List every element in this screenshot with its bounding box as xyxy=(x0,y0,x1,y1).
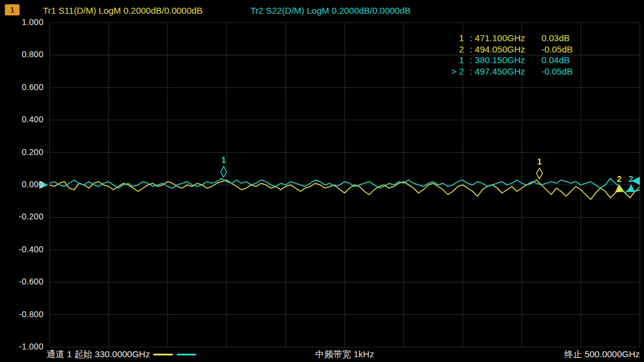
y-tick-label: 0.600 xyxy=(0,82,44,92)
y-tick-label: 0.000 xyxy=(0,180,44,189)
marker-readout: 1 : 471.100GHz 0.03dB 2 : 494.050GHz -0.… xyxy=(446,33,573,77)
status-bar: 通道 1 起始 330.0000GHz 中频带宽 1kHz 终止 500.000… xyxy=(0,348,644,362)
marker-1-diamond-icon[interactable] xyxy=(537,168,543,179)
y-tick-label: 0.200 xyxy=(0,147,44,157)
marker-frequency: : 471.100GHz xyxy=(470,33,540,43)
marker-number: > 2 xyxy=(446,66,464,76)
marker-frequency: : 380.150GHz xyxy=(470,55,540,65)
y-tick-label: -0.400 xyxy=(0,245,44,254)
marker-number: 2 xyxy=(446,44,464,54)
marker-readout-row-active: > 2 : 497.450GHz -0.05dB xyxy=(446,66,573,78)
marker-2-triangle-icon[interactable] xyxy=(627,185,634,192)
marker-value: 0.04dB xyxy=(541,55,570,65)
marker-frequency: : 494.050GHz xyxy=(470,44,540,54)
y-tick-label: -0.800 xyxy=(0,310,44,319)
y-tick-label: 1.000 xyxy=(0,17,44,27)
trace1-header-label[interactable]: Tr1 S11(D/M) LogM 0.2000dB/0.0000dB xyxy=(43,5,203,16)
marker-label: 1 xyxy=(221,155,226,165)
y-tick-label: 0.800 xyxy=(0,49,44,59)
marker-readout-row: 1 : 471.100GHz 0.03dB xyxy=(446,33,573,44)
marker-number: 1 xyxy=(446,55,464,65)
y-tick-label: -0.200 xyxy=(0,212,44,221)
y-tick-label: 0.400 xyxy=(0,115,44,124)
y-tick-label: -0.600 xyxy=(0,277,44,286)
marker-frequency: : 497.450GHz xyxy=(470,66,540,76)
marker-value: -0.05dB xyxy=(541,66,573,76)
trace2-header-label[interactable]: Tr2 S22(D/M) LogM 0.2000dB/0.0000dB xyxy=(250,5,411,16)
marker-label: 2 xyxy=(628,174,633,184)
y-axis: 1.0000.8000.6000.4000.2000.000-0.200-0.4… xyxy=(0,0,45,362)
marker-readout-row: 2 : 494.050GHz -0.05dB xyxy=(446,44,573,55)
if-bandwidth-label[interactable]: 中频带宽 1kHz xyxy=(49,349,640,360)
marker-number: 1 xyxy=(446,33,464,43)
marker-1-diamond-icon[interactable] xyxy=(221,166,227,177)
marker-label: 1 xyxy=(537,157,542,166)
marker-readout-row: 1 : 380.150GHz 0.04dB xyxy=(446,55,573,66)
marker-value: -0.05dB xyxy=(541,44,573,54)
marker-value: 0.03dB xyxy=(541,33,570,43)
stop-frequency-label[interactable]: 终止 500.0000GHz xyxy=(564,349,640,360)
marker-label: 2 xyxy=(617,174,621,184)
